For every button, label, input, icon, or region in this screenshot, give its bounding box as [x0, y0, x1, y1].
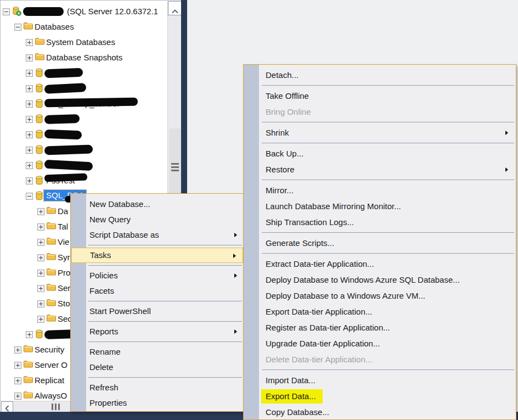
menu-item-delete[interactable]: Delete — [71, 360, 244, 375]
menu-item-label: Restore — [266, 165, 295, 174]
scroll-left-button[interactable] — [1, 401, 13, 412]
tree-item-label: Sto — [58, 299, 70, 308]
expand-toggle-icon[interactable] — [37, 270, 44, 277]
expand-toggle-icon[interactable] — [26, 85, 33, 92]
menu-item-ship-transaction-logs[interactable]: Ship Transaction Logs... — [244, 214, 516, 230]
menu-item-new-query[interactable]: New Query — [71, 212, 244, 227]
tree-item-redacted-db-3[interactable]: BM_backup_control — [1, 96, 181, 111]
expand-toggle-icon[interactable] — [37, 285, 44, 292]
menu-item-refresh[interactable]: Refresh — [71, 380, 244, 395]
scrollbar-gripper-icon — [52, 404, 60, 410]
menu-item-facets[interactable]: Facets — [71, 283, 244, 299]
menu-item-mirror[interactable]: Mirror... — [244, 182, 516, 198]
menu-item-reports[interactable]: Reports — [71, 324, 244, 339]
tree-item-redacted-db-1[interactable] — [1, 65, 181, 81]
expand-toggle-icon[interactable] — [26, 131, 33, 138]
expand-toggle-icon[interactable] — [37, 300, 44, 307]
menu-item-back-up[interactable]: Back Up... — [244, 145, 516, 161]
menu-item-extract-data-tier-application[interactable]: Extract Data-tier Application... — [244, 256, 516, 272]
redaction-mark — [44, 114, 80, 124]
expand-toggle-icon[interactable] — [37, 208, 44, 215]
expand-toggle-icon[interactable] — [37, 316, 44, 323]
expand-toggle-icon[interactable] — [26, 116, 33, 123]
horizontal-scrollbar-thumb[interactable] — [41, 401, 71, 412]
tree-item-redacted-db-2[interactable] — [1, 81, 181, 96]
menu-item-export-data-tier-application[interactable]: Export Data-tier Application... — [244, 304, 516, 320]
tree-item-label: Vie — [58, 237, 69, 247]
expand-toggle-icon[interactable] — [3, 8, 10, 15]
menu-item-restore[interactable]: Restore — [244, 161, 516, 177]
expand-toggle-icon[interactable] — [14, 362, 21, 369]
menu-item-label: New Query — [89, 215, 131, 224]
tree-item-label: Server O — [35, 360, 67, 369]
menu-item-import-data[interactable]: Import Data... — [244, 372, 516, 388]
menu-item-label: Take Offline — [266, 91, 309, 100]
expand-toggle-icon[interactable] — [14, 377, 21, 384]
menu-item-copy-database[interactable]: Copy Database... — [244, 404, 516, 420]
tree-item-redacted-db-6[interactable] — [1, 142, 181, 158]
scroll-up-button[interactable] — [168, 1, 182, 15]
tree-item-server[interactable]: (SQL Server 12.0.6372.1 — [1, 4, 181, 19]
menu-item-start-powershell[interactable]: Start PowerShell — [71, 304, 244, 319]
tree-item-label: System Databases — [46, 37, 115, 47]
menu-item-rename[interactable]: Rename — [71, 344, 244, 360]
expand-toggle-icon[interactable] — [26, 193, 33, 200]
redaction-mark — [23, 7, 64, 16]
menu-item-take-offline[interactable]: Take Offline — [244, 88, 516, 104]
chevron-up-icon — [172, 6, 178, 15]
menu-item-upgrade-data-tier-application[interactable]: Upgrade Data-tier Application... — [244, 335, 516, 351]
expand-toggle-icon[interactable] — [37, 254, 44, 261]
menu-item-tasks[interactable]: Tasks — [71, 248, 243, 263]
expand-toggle-icon[interactable] — [26, 162, 33, 169]
server-icon — [12, 7, 22, 16]
expand-toggle-icon[interactable] — [26, 54, 33, 61]
tree-item-database-snapshots[interactable]: Database Snapshots — [1, 50, 181, 65]
menu-item-script-database-as[interactable]: Script Database as — [71, 227, 244, 243]
menu-item-launch-database-mirroring-monitor[interactable]: Launch Database Mirroring Monitor... — [244, 198, 516, 214]
expand-toggle-icon[interactable] — [37, 223, 44, 231]
database-icon — [35, 99, 45, 109]
tree-item-system-databases[interactable]: System Databases — [1, 35, 181, 50]
menu-item-label: Rename — [89, 347, 121, 356]
menu-item-label: Facets — [89, 286, 114, 295]
menu-item-export-data[interactable]: Export Data... — [244, 388, 516, 404]
tree-item-redacted-db-4[interactable] — [1, 111, 181, 127]
tree-item-redacted-db-5[interactable] — [1, 127, 181, 142]
expand-toggle-icon[interactable] — [26, 70, 33, 77]
folder-icon — [47, 283, 57, 293]
tree-item-redacted-db-7[interactable] — [1, 158, 181, 173]
expand-toggle-icon[interactable] — [14, 24, 21, 31]
menu-item-label: Deploy Database to a Windows Azure VM... — [266, 291, 425, 300]
expand-toggle-icon[interactable] — [14, 346, 21, 354]
folder-icon — [47, 299, 57, 309]
menu-item-new-database[interactable]: New Database... — [71, 197, 244, 212]
menu-separator — [88, 245, 242, 245]
menu-item-bring-online[interactable]: Bring Online — [244, 104, 516, 120]
menu-item-label: Bring Online — [266, 107, 311, 116]
menu-item-generate-scripts[interactable]: Generate Scripts... — [244, 235, 516, 251]
tree-item-psstest[interactable]: PssTest — [1, 173, 181, 188]
expand-toggle-icon[interactable] — [14, 393, 21, 400]
menu-item-label: Shrink — [266, 128, 289, 137]
menu-item-label: Import Data... — [266, 376, 316, 385]
menu-item-register-as-data-tier-application[interactable]: Register as Data-tier Application... — [244, 320, 516, 335]
menu-item-detach[interactable]: Detach... — [244, 67, 516, 83]
tree-item-databases[interactable]: Databases — [1, 19, 181, 35]
folder-icon — [24, 376, 33, 385]
database-icon — [35, 68, 45, 78]
database-icon — [35, 83, 45, 93]
menu-item-label: Delete — [89, 362, 113, 372]
menu-item-deploy-database-to-a-windows-azure-vm[interactable]: Deploy Database to a Windows Azure VM... — [244, 288, 516, 304]
menu-item-properties[interactable]: Properties — [71, 395, 244, 411]
menu-item-deploy-database-to-windows-azure-sql-database[interactable]: Deploy Database to Windows Azure SQL Dat… — [244, 272, 516, 288]
expand-toggle-icon[interactable] — [26, 147, 33, 154]
expand-toggle-icon[interactable] — [26, 100, 33, 108]
menu-item-delete-data-tier-application[interactable]: Delete Data-tier Application... — [244, 351, 516, 367]
menu-item-shrink[interactable]: Shrink — [244, 125, 516, 141]
menu-separator — [262, 180, 514, 180]
expand-toggle-icon[interactable] — [26, 177, 33, 184]
expand-toggle-icon[interactable] — [37, 239, 44, 246]
menu-item-policies[interactable]: Policies — [71, 268, 244, 283]
expand-toggle-icon[interactable] — [26, 39, 33, 46]
expand-toggle-icon[interactable] — [26, 331, 33, 338]
